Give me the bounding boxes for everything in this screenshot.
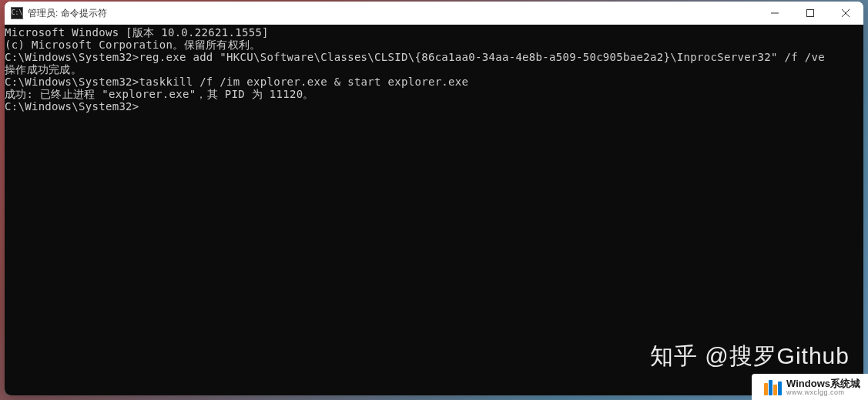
terminal-line: 成功: 已终止进程 "explorer.exe"，其 PID 为 11120。 [5,88,863,100]
cmd-icon: C:\ [11,7,23,19]
cmd-icon-label: C:\ [12,10,22,16]
window-title: 管理员: 命令提示符 [28,7,107,20]
terminal-output[interactable]: Microsoft Windows [版本 10.0.22621.1555](c… [5,25,863,395]
svg-rect-1 [807,10,814,17]
titlebar[interactable]: C:\ 管理员: 命令提示符 [5,2,863,25]
terminal-line: C:\Windows\System32>reg.exe add "HKCU\So… [5,51,863,63]
window-controls [757,2,863,25]
terminal-line: C:\Windows\System32> [5,100,863,113]
minimize-icon [771,9,779,17]
cmd-window: C:\ 管理员: 命令提示符 Microsoft Windows [版本 10.… [5,2,863,395]
maximize-icon [806,9,814,17]
terminal-line: C:\Windows\System32>taskkill /f /im expl… [5,76,863,88]
close-button[interactable] [828,2,863,25]
maximize-button[interactable] [793,2,828,25]
close-icon [842,9,850,17]
terminal-line: (c) Microsoft Corporation。保留所有权利。 [5,39,863,51]
terminal-line: 操作成功完成。 [5,63,863,76]
terminal-line: Microsoft Windows [版本 10.0.22621.1555] [5,26,863,39]
minimize-button[interactable] [757,2,793,25]
